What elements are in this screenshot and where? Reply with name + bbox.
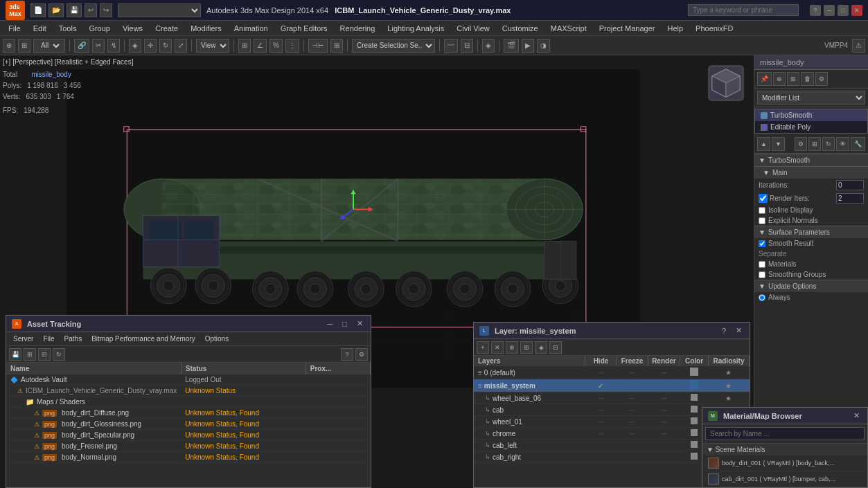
remove-modifier-btn[interactable]: 🗑 bbox=[801, 72, 814, 86]
workspace-select[interactable]: Workspace: Default bbox=[118, 3, 201, 17]
undo-btn[interactable]: ↩ bbox=[85, 3, 97, 17]
col-freeze[interactable]: Freeze bbox=[617, 356, 648, 366]
nav-cube[interactable] bbox=[705, 62, 747, 104]
table-row[interactable]: ≡ missile_system ✓ ─ ─ ★ bbox=[474, 379, 750, 392]
menu-file[interactable]: File bbox=[3, 23, 26, 34]
menu-animation[interactable]: Animation bbox=[229, 23, 274, 34]
select-filter-btn[interactable]: ◈ bbox=[129, 39, 141, 53]
menu-customize[interactable]: Customize bbox=[497, 23, 544, 34]
menu-help[interactable]: Help bbox=[662, 23, 689, 34]
move-modifier-down-btn[interactable]: ▼ bbox=[772, 137, 785, 151]
menu-lighting[interactable]: Lighting Analysis bbox=[382, 23, 450, 34]
menu-create[interactable]: Create bbox=[150, 23, 184, 34]
layer-delete-btn[interactable]: ✕ bbox=[491, 341, 504, 354]
bind-space-warp-btn[interactable]: ↯ bbox=[107, 39, 120, 53]
scale-btn[interactable]: ⤢ bbox=[175, 39, 187, 53]
materials-checkbox[interactable] bbox=[759, 261, 765, 268]
mat-item-1[interactable]: body_dirt_001 ( VRayMtl ) [body_back,... bbox=[702, 455, 867, 471]
maximize-btn[interactable]: □ bbox=[838, 5, 849, 16]
menu-modifiers[interactable]: Modifiers bbox=[185, 23, 227, 34]
menu-tools[interactable]: Tools bbox=[53, 23, 82, 34]
color-swatch[interactable] bbox=[691, 417, 698, 424]
align-btn[interactable]: ⊞ bbox=[330, 39, 343, 53]
save-btn[interactable]: 💾 bbox=[67, 3, 82, 17]
menu-edit[interactable]: Edit bbox=[28, 23, 52, 34]
modifier-editable-poly[interactable]: Editable Poly bbox=[755, 121, 867, 133]
mirror-btn[interactable]: ⊣⊢ bbox=[308, 39, 328, 53]
menu-maxscript[interactable]: MAXScript bbox=[545, 23, 592, 34]
turbosmooth-section-header[interactable]: ▼ TurboSmooth bbox=[754, 154, 868, 166]
schematic-btn[interactable]: ⊟ bbox=[461, 39, 473, 53]
layer-new-btn[interactable]: + bbox=[477, 341, 489, 354]
layer-help-btn[interactable]: ? bbox=[720, 327, 728, 335]
layer-merge-btn[interactable]: ⊟ bbox=[549, 341, 562, 354]
unlink-btn[interactable]: ✂ bbox=[92, 39, 105, 53]
snap-toggle-btn[interactable]: ⊞ bbox=[238, 39, 251, 53]
minimize-btn[interactable]: ─ bbox=[824, 5, 835, 16]
mat-search-input[interactable] bbox=[705, 427, 865, 440]
asset-tool-4[interactable]: ↻ bbox=[53, 348, 65, 361]
redo-btn[interactable]: ↪ bbox=[100, 3, 112, 17]
curve-editor-btn[interactable]: 〰 bbox=[444, 39, 458, 53]
smoothing-groups-checkbox[interactable] bbox=[759, 271, 765, 278]
asset-minimize-btn[interactable]: ─ bbox=[326, 320, 335, 328]
move-modifier-up-btn[interactable]: ▲ bbox=[757, 137, 770, 151]
warn-icon[interactable]: ⚠ bbox=[852, 39, 865, 53]
color-swatch[interactable] bbox=[691, 453, 698, 460]
isoline-checkbox[interactable] bbox=[759, 207, 765, 214]
table-row[interactable]: 📁 Maps / Shaders bbox=[6, 397, 371, 408]
asset-close-btn[interactable]: ✕ bbox=[355, 319, 365, 328]
select-object-btn[interactable]: ⊕ bbox=[3, 39, 15, 53]
render-setup-btn[interactable]: 🎬 bbox=[504, 39, 519, 53]
col-radiosity[interactable]: Radiosity bbox=[708, 356, 749, 366]
make-unique-btn[interactable]: ⊞ bbox=[787, 72, 799, 86]
render-iters-input[interactable] bbox=[836, 193, 864, 204]
always-radio[interactable] bbox=[759, 294, 765, 301]
asset-menu-server[interactable]: Server bbox=[9, 334, 37, 343]
main-section-header[interactable]: ▼ Main bbox=[754, 166, 868, 179]
angle-snap-btn[interactable]: ∠ bbox=[254, 39, 267, 53]
menu-group[interactable]: Group bbox=[83, 23, 116, 34]
render-btn[interactable]: ▶ bbox=[522, 39, 534, 53]
asset-tool-3[interactable]: ⊟ bbox=[38, 348, 51, 361]
layer-close-btn[interactable]: ✕ bbox=[734, 326, 744, 335]
color-swatch[interactable] bbox=[691, 394, 698, 401]
scene-materials-section[interactable]: ▼ Scene Materials bbox=[702, 443, 867, 455]
modifier-turbosmooth[interactable]: TurboSmooth bbox=[755, 109, 867, 121]
mat-browser-close-btn[interactable]: ✕ bbox=[851, 411, 862, 420]
active-shade-btn[interactable]: ◑ bbox=[537, 39, 550, 53]
table-row[interactable]: ⚠ png body_dirt_Glossiness.png Unknown S… bbox=[6, 419, 371, 430]
table-row[interactable]: 🔷 Autodesk Vault Logged Out bbox=[6, 374, 371, 386]
table-row[interactable]: ⚠ png body_dirt_Diffuse.png Unknown Stat… bbox=[6, 408, 371, 419]
filter-select[interactable]: All bbox=[37, 39, 62, 53]
asset-settings-btn[interactable]: ⚙ bbox=[355, 348, 368, 361]
table-row[interactable]: ⚠ png body_Fresnel.png Unknown Status, F… bbox=[6, 441, 371, 452]
table-row[interactable]: ⚠ ICBM_Launch_Vehicle_Generic_Dusty_vray… bbox=[6, 386, 371, 397]
asset-maximize-btn[interactable]: □ bbox=[340, 320, 349, 328]
menu-civil-view[interactable]: Civil View bbox=[451, 23, 495, 34]
smooth-result-checkbox[interactable] bbox=[759, 240, 765, 247]
asset-menu-bitmap[interactable]: Bitmap Performance and Memory bbox=[87, 334, 200, 343]
utilities-tab-btn[interactable]: 🔧 bbox=[851, 137, 865, 151]
motion-tab-btn[interactable]: ↻ bbox=[822, 137, 835, 151]
close-btn[interactable]: ✕ bbox=[851, 5, 862, 16]
table-row[interactable]: ↳ wheel_base_06 ─ ─ ─ ★ bbox=[474, 392, 750, 404]
col-layers[interactable]: Layers bbox=[474, 356, 585, 366]
surface-params-header[interactable]: ▼ Surface Parameters bbox=[754, 226, 868, 238]
rotate-btn[interactable]: ↻ bbox=[159, 39, 172, 53]
modifier-list-select[interactable]: Modifier List bbox=[757, 91, 865, 105]
show-end-result-btn[interactable]: ⊕ bbox=[773, 72, 786, 86]
asset-tool-1[interactable]: 💾 bbox=[9, 348, 21, 361]
col-status[interactable]: Status bbox=[181, 363, 305, 374]
asset-menu-options[interactable]: Options bbox=[201, 334, 233, 343]
reference-select[interactable]: View bbox=[196, 39, 229, 53]
configure-modifier-sets-btn[interactable]: ⚙ bbox=[815, 72, 828, 86]
iterations-input[interactable] bbox=[836, 180, 864, 190]
select-region-btn[interactable]: ⊞ bbox=[18, 39, 30, 53]
modifier-check[interactable] bbox=[761, 124, 768, 131]
col-name[interactable]: Name bbox=[6, 363, 181, 374]
filter-btn[interactable]: All bbox=[33, 39, 65, 53]
color-swatch[interactable] bbox=[691, 429, 698, 436]
col-color[interactable]: Color bbox=[680, 356, 709, 366]
color-swatch[interactable] bbox=[691, 406, 698, 413]
